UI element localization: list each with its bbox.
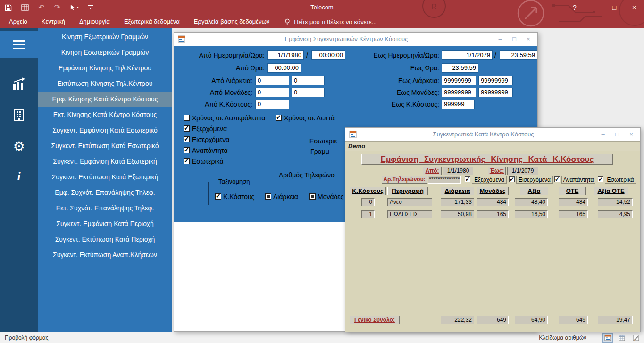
building-icon[interactable] xyxy=(0,103,38,127)
from-time-input[interactable]: 00:00:00 xyxy=(311,50,345,60)
nav-item[interactable]: Εκτύπωση Κίνησης Τηλ.Κέντρου xyxy=(38,76,172,92)
column-header-description[interactable]: Περιγραφή xyxy=(387,187,428,195)
table-row-cell[interactable]: 48,40 xyxy=(515,198,548,206)
to-time-input[interactable]: 23:59:59 xyxy=(500,50,537,60)
filter-incoming-checkbox[interactable] xyxy=(509,176,515,182)
nav-item[interactable]: Εκτ. Κίνησης Κατά Κέντρο Κόστους xyxy=(38,107,172,123)
sort-duration-checkbox[interactable] xyxy=(265,193,271,200)
to-cost-center-input[interactable]: 999999 xyxy=(442,100,475,109)
report-to-value[interactable]: 1/1/2079 xyxy=(507,167,538,175)
from-duration-input-1[interactable]: 0 xyxy=(255,76,289,85)
from-duration-input-2[interactable]: 0 xyxy=(292,76,325,85)
seconds-checkbox[interactable] xyxy=(184,115,190,121)
from-date-input[interactable]: 1/1/1980 xyxy=(267,50,304,60)
nav-item[interactable]: Εμφάνιση Κίνησης Τηλ.Κέντρου xyxy=(38,60,172,76)
table-row-cell[interactable]: 484 xyxy=(559,198,588,206)
nav-item[interactable]: Συγκεντ. Εκτύπωση Κατά Περιοχή xyxy=(38,232,172,247)
filter-unanswered-checkbox[interactable] xyxy=(554,176,560,182)
grand-total-cell[interactable]: 19,47 xyxy=(598,316,633,324)
close-button[interactable]: × xyxy=(624,0,644,15)
minutes-checkbox[interactable] xyxy=(276,115,282,121)
column-header-value[interactable]: Αξία xyxy=(520,187,548,195)
table-row-cell[interactable]: Ανευ xyxy=(387,198,432,206)
nav-item[interactable]: Συγκεντ. Εκτύπωση Αναπ.Κλήσεων xyxy=(38,247,172,263)
to-hour-input[interactable]: 23:59:59 xyxy=(442,63,478,73)
table-row-cell[interactable]: 165 xyxy=(477,210,509,218)
hamburger-menu-button[interactable] xyxy=(0,31,38,58)
undo-icon[interactable]: ↶ xyxy=(38,4,44,11)
touch-mode-icon[interactable]: ▾ xyxy=(70,4,79,11)
sort-costcenter-checkbox[interactable] xyxy=(215,193,221,200)
form-maximize-button[interactable]: □ xyxy=(507,33,521,46)
to-date-input[interactable]: 1/1/2079 xyxy=(442,50,493,60)
customize-quick-access-icon[interactable]: ▾ xyxy=(88,5,93,10)
tab-create[interactable]: Δημιουργία xyxy=(72,15,117,28)
reports-chart-icon[interactable] xyxy=(0,72,38,96)
table-row-cell[interactable]: 0 xyxy=(361,198,375,206)
table-row-cell[interactable]: 484 xyxy=(477,198,509,206)
table-row-cell[interactable]: 165 xyxy=(559,210,588,218)
table-row-cell[interactable]: 16,50 xyxy=(515,210,548,218)
to-units-input-2[interactable]: 99999999 xyxy=(478,88,513,97)
grand-total-cell[interactable]: 222,32 xyxy=(441,316,474,324)
filter-internal-checkbox[interactable] xyxy=(598,176,603,182)
tell-me-box[interactable]: Πείτε μου τι θέλετε να κάνετε... xyxy=(284,18,376,25)
from-units-input-1[interactable]: 0 xyxy=(255,88,289,97)
datasheet-view-icon[interactable] xyxy=(617,333,627,343)
nav-item[interactable]: Συγκεντ. Εκτύπωση Κατά Εσωτερικό xyxy=(38,138,172,154)
save-icon[interactable] xyxy=(5,4,12,11)
nav-item[interactable]: Εμφ. Συχνότ. Επανάληψης Τηλεφ. xyxy=(38,185,172,201)
nav-item[interactable]: Συγκεντ. Εμφάνιση Κατά Εσωτερικό xyxy=(38,123,172,138)
to-units-input-1[interactable]: 99999999 xyxy=(442,88,476,97)
sort-units-checkbox[interactable] xyxy=(309,193,316,200)
form-close-button[interactable]: × xyxy=(521,33,535,46)
datasheet-icon[interactable] xyxy=(21,4,29,11)
tab-external-data[interactable]: Εξωτερικά δεδομένα xyxy=(117,15,187,28)
form-minimize-button[interactable]: – xyxy=(493,33,507,46)
nav-item[interactable]: Εκτ. Συχνότ. Επανάληψης Τηλεφ. xyxy=(38,201,172,216)
column-header-costcenter[interactable]: Κ.Κόστους xyxy=(350,187,386,195)
table-row-cell[interactable]: 171,33 xyxy=(441,198,474,206)
grand-total-cell[interactable]: 64,90 xyxy=(515,316,548,324)
incoming-checkbox[interactable] xyxy=(184,136,190,142)
column-header-duration[interactable]: Διάρκεια xyxy=(441,187,474,195)
table-row-cell[interactable]: 14,52 xyxy=(598,198,633,206)
nav-item-selected[interactable]: Εμφ. Κίνησης Κατά Κέντρο Κόστους xyxy=(38,92,172,107)
unanswered-checkbox[interactable] xyxy=(184,147,190,153)
to-duration-input-1[interactable]: 99999999 xyxy=(442,76,476,85)
table-row-cell[interactable]: 4,95 xyxy=(598,210,633,218)
table-row-cell[interactable]: 1 xyxy=(361,210,375,218)
maximize-button[interactable]: □ xyxy=(604,0,624,15)
redo-icon[interactable]: ↷ xyxy=(54,4,60,11)
column-header-value-ote[interactable]: Αξία ΟΤΕ xyxy=(594,187,628,195)
help-button[interactable]: ? xyxy=(565,0,585,15)
grand-total-cell[interactable]: 649 xyxy=(559,316,588,324)
tab-database-tools[interactable]: Εργαλεία βάσης δεδομένων xyxy=(187,15,276,28)
nav-item[interactable]: Συγκεντ. Εκτύπωση Κατά Εξωτερική xyxy=(38,169,172,185)
grand-total-cell[interactable]: 649 xyxy=(477,316,509,324)
column-header-units[interactable]: Μονάδες xyxy=(477,187,509,195)
report-from-value[interactable]: 1/1/1980 xyxy=(443,167,473,175)
tab-file[interactable]: Αρχείο xyxy=(2,15,34,28)
nav-item[interactable]: Συγκεντ. Εμφάνιση Κατά Εξωτερική xyxy=(38,154,172,169)
nav-item[interactable]: Κίνηση Εσωτερικών Γραμμών xyxy=(38,45,172,60)
nav-item[interactable]: Κίνηση Εξωτερικών Γραμμών xyxy=(38,29,172,45)
form-window-titlebar[interactable]: Εμφάνιση Συγκεντρωτικών Κέντρων Κόστους … xyxy=(174,33,537,46)
report-window-titlebar[interactable]: Συγκεντρωτικά Κατά Κέντρο Κόστους – □ × xyxy=(345,128,640,141)
settings-gear-icon[interactable]: ⚙ xyxy=(0,134,38,159)
nav-item[interactable]: Συγκεντ. Εμφάνιση Κατά Περιοχή xyxy=(38,216,172,232)
table-row-cell[interactable]: 50,98 xyxy=(441,210,474,218)
column-header-ote[interactable]: ΟΤΕ xyxy=(559,187,586,195)
from-cost-center-input[interactable]: 0 xyxy=(255,100,289,109)
internal-checkbox[interactable] xyxy=(184,158,190,164)
outgoing-checkbox[interactable] xyxy=(184,125,190,132)
phone-number-value[interactable]: ************** xyxy=(428,176,461,184)
report-maximize-button[interactable]: □ xyxy=(610,128,624,141)
to-duration-input-2[interactable]: 99999999 xyxy=(478,76,513,85)
info-icon[interactable]: i xyxy=(0,164,38,189)
report-close-button[interactable]: × xyxy=(624,128,638,141)
from-hour-input[interactable]: 00:00:00 xyxy=(267,63,301,73)
report-minimize-button[interactable]: – xyxy=(596,128,610,141)
filter-outgoing-checkbox[interactable] xyxy=(465,176,470,182)
tab-home[interactable]: Κεντρική xyxy=(34,15,72,28)
